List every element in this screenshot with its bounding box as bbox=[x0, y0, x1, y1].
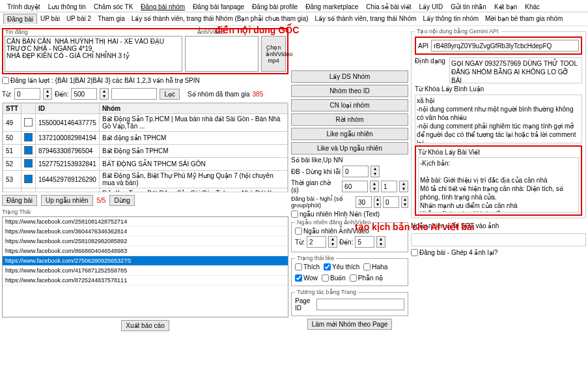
tab-sub-3[interactable]: Tham gia bbox=[94, 14, 128, 24]
so-nhom-value: 385 bbox=[253, 91, 264, 98]
tin-dang-textarea[interactable]: CĂN BÁN CĂN NHÀ HUỲNH THỊ HAI - XE VÀO Đ… bbox=[5, 36, 182, 72]
buon-checkbox[interactable]: Buồn bbox=[322, 274, 346, 282]
ngau-hinh-checkbox[interactable]: ngẫu nhiên Hình Nền (Text) bbox=[291, 211, 380, 218]
row-checkbox[interactable] bbox=[24, 146, 33, 154]
tab-top-0[interactable]: Trình duyệt bbox=[3, 2, 44, 12]
status-item[interactable]: https://www.facebook.com/360447634636281… bbox=[3, 227, 288, 237]
status-item[interactable]: https://www.facebook.com/275062809256532… bbox=[3, 256, 288, 266]
table-header[interactable]: Nhóm bbox=[99, 104, 287, 114]
tu-input[interactable] bbox=[14, 88, 40, 100]
updown-icon[interactable]: ▴▾ bbox=[100, 88, 109, 100]
chon-anh-button[interactable]: Chọn ảnh/Video mp4 bbox=[261, 36, 286, 72]
table-row[interactable]: 531644529789126290Bất Động Sản, Biệt Thự… bbox=[3, 171, 288, 188]
tab-top-7[interactable]: Chia sẻ bài viết bbox=[362, 2, 415, 12]
tab-top-3[interactable]: Đăng bài nhóm bbox=[137, 2, 189, 12]
tab-sub-0[interactable]: Đăng bài bbox=[3, 14, 37, 24]
thoi-gian-cho-label: Thời gian chờ (s) bbox=[291, 179, 340, 194]
nghi-v1-input[interactable] bbox=[356, 196, 372, 208]
tab-sub-1[interactable]: UP bài bbox=[37, 14, 63, 24]
ngau-tu-input[interactable] bbox=[307, 236, 326, 248]
lam-moi-button[interactable]: Làm mới Nhóm theo Page bbox=[307, 319, 393, 330]
status-item[interactable]: https://www.facebook.com/872524483757811… bbox=[3, 276, 288, 286]
mid-button-5[interactable]: Like và Up ngẫu nhiên bbox=[291, 142, 408, 154]
one-input[interactable] bbox=[381, 181, 397, 192]
thoi-gian-cho-input[interactable] bbox=[342, 181, 368, 192]
phan-checkbox[interactable]: Phẫn nộ bbox=[350, 274, 383, 282]
dung-khi-loi-label: ĐB - Dừng khi lỗi bbox=[291, 168, 341, 175]
row-checkbox[interactable] bbox=[24, 175, 33, 183]
tab-top-8[interactable]: Lấy UID bbox=[415, 2, 447, 12]
status-list[interactable]: https://www.facebook.com/258108142875271… bbox=[2, 216, 288, 317]
ngau-den-input[interactable] bbox=[355, 236, 374, 248]
table-header[interactable] bbox=[21, 104, 35, 114]
up-ngau-button[interactable]: Up ngẫu nhiên bbox=[41, 195, 93, 206]
updown-icon[interactable]: ▴▾ bbox=[374, 196, 381, 208]
status-item[interactable]: https://www.facebook.com/417687125255878… bbox=[3, 266, 288, 276]
table-row[interactable]: 51879463308796504Bất Động Sản TPHCM bbox=[3, 145, 288, 158]
den-input[interactable] bbox=[71, 88, 97, 100]
tab-top-11[interactable]: Khác bbox=[521, 2, 544, 12]
updown-icon[interactable]: ▴▾ bbox=[401, 196, 408, 208]
yeu-checkbox[interactable]: Yêu thích bbox=[324, 263, 359, 271]
table-row[interactable]: 542898796901140967Rđs Kon Tum - Bất Động… bbox=[3, 188, 288, 193]
dung-khi-loi-input[interactable] bbox=[343, 166, 369, 177]
anh-video-box[interactable] bbox=[185, 36, 259, 72]
tab-top-4[interactable]: Đăng bài fanpage bbox=[189, 2, 248, 12]
tab-top-9[interactable]: Gửi tin nhắn bbox=[447, 2, 490, 12]
updown-icon[interactable]: ▴▾ bbox=[399, 181, 408, 192]
tab-sub-2[interactable]: UP bài 2 bbox=[63, 14, 94, 24]
filter-text-input[interactable] bbox=[111, 88, 157, 100]
mid-button-1[interactable]: Nhóm theo ID bbox=[291, 85, 408, 97]
xuat-bao-cao-button[interactable]: Xuất báo cáo bbox=[121, 320, 169, 331]
trang-thai-label: Trạng Thái bbox=[2, 209, 288, 215]
mid-button-0[interactable]: Lấy DS Nhóm bbox=[291, 70, 408, 83]
table-row[interactable]: 501372100082984194Bất động sản TPHCM bbox=[3, 132, 288, 145]
table-header[interactable]: ID bbox=[35, 104, 99, 114]
table-header[interactable]: STT bbox=[3, 104, 21, 114]
row-checkbox[interactable] bbox=[24, 159, 33, 168]
row-checkbox[interactable] bbox=[24, 118, 33, 126]
table-row[interactable]: 521527752153932841BẤT ĐỘNG SẢN TPHCM SÀI… bbox=[3, 158, 288, 171]
tab-top-1[interactable]: Lưu thông tin bbox=[44, 2, 90, 12]
row-checkbox[interactable] bbox=[24, 192, 33, 193]
updown-icon[interactable]: ▴▾ bbox=[43, 88, 52, 100]
mid-button-2[interactable]: CN loại nhóm bbox=[291, 99, 408, 111]
loc-button[interactable]: Lọc bbox=[160, 89, 180, 100]
updown-icon[interactable]: ▴▾ bbox=[376, 236, 385, 248]
wow-checkbox[interactable]: Wow bbox=[295, 274, 318, 282]
group-table[interactable]: STTIDNhóm 491550004146437775Bất Động Sản… bbox=[3, 103, 288, 192]
dinh-dang-text: GỌI NGAY 0932757969 DÙNG THỬ TOOL ĐĂNG N… bbox=[449, 57, 582, 83]
tab-top-10[interactable]: Kết bạn bbox=[490, 2, 521, 12]
tab-top-2[interactable]: Chăm sóc TK bbox=[90, 2, 137, 12]
bv-textarea[interactable]: -Kịch bản: Mở bài: Giới thiệu vị trí đắc… bbox=[418, 157, 579, 213]
status-item[interactable]: https://www.facebook.com/866860404654898… bbox=[3, 246, 288, 256]
sdt-box[interactable] bbox=[411, 233, 586, 246]
thich-checkbox[interactable]: Thích bbox=[295, 263, 320, 271]
updown-icon[interactable]: ▴▾ bbox=[370, 181, 379, 192]
tab-top-5[interactable]: Đăng bài profile bbox=[248, 2, 301, 12]
page-id-input[interactable] bbox=[316, 299, 404, 310]
tab-sub-4[interactable]: Lấy số thành viên, trang thái Nhóm (Bạn … bbox=[128, 14, 312, 24]
row-checkbox[interactable] bbox=[24, 133, 33, 141]
tab-sub-6[interactable]: Lấy thông tin nhóm bbox=[420, 14, 483, 24]
spin-checkbox[interactable]: Đăng lần lượt : {BÀI 1|BÀI 2|BÀI 3} các … bbox=[2, 77, 200, 84]
haha-checkbox[interactable]: Haha bbox=[363, 263, 387, 271]
tab-top-6[interactable]: Đăng marketplace bbox=[301, 2, 362, 12]
tab-sub-7[interactable]: Mời bạn bè tham gia nhóm bbox=[482, 14, 566, 24]
dang-bai-button[interactable]: Đăng bài bbox=[2, 195, 37, 206]
tu-khoa-bv-label: Từ Khóa Lấy Bài Viết bbox=[418, 149, 579, 156]
nghi-v2-input[interactable] bbox=[383, 196, 399, 208]
status-item[interactable]: https://www.facebook.com/258108298208589… bbox=[3, 237, 288, 246]
updown-icon[interactable]: ▴▾ bbox=[328, 236, 337, 248]
status-item[interactable]: https://www.facebook.com/258108142875271… bbox=[3, 217, 288, 227]
updown-icon[interactable]: ▴▾ bbox=[371, 166, 380, 177]
ghep4-checkbox[interactable]: Đăng bài - Ghép 4 ảnh lại? bbox=[411, 249, 497, 256]
dung-button[interactable]: Dừng bbox=[109, 195, 134, 206]
api-input[interactable] bbox=[431, 40, 579, 51]
table-row[interactable]: 491550004146437775Bất Động Sản Tp.HCM | … bbox=[3, 114, 288, 132]
bl-textarea[interactable]: xã hội -nội dung comment như một người b… bbox=[415, 95, 582, 143]
tab-sub-5[interactable]: Lấy số thành viên, trang thái Nhóm bbox=[312, 14, 420, 24]
mid-button-4[interactable]: Like ngẫu nhiên bbox=[291, 128, 408, 140]
mid-button-3[interactable]: Rời nhóm bbox=[291, 113, 408, 126]
tu-label: Từ: bbox=[2, 91, 12, 98]
